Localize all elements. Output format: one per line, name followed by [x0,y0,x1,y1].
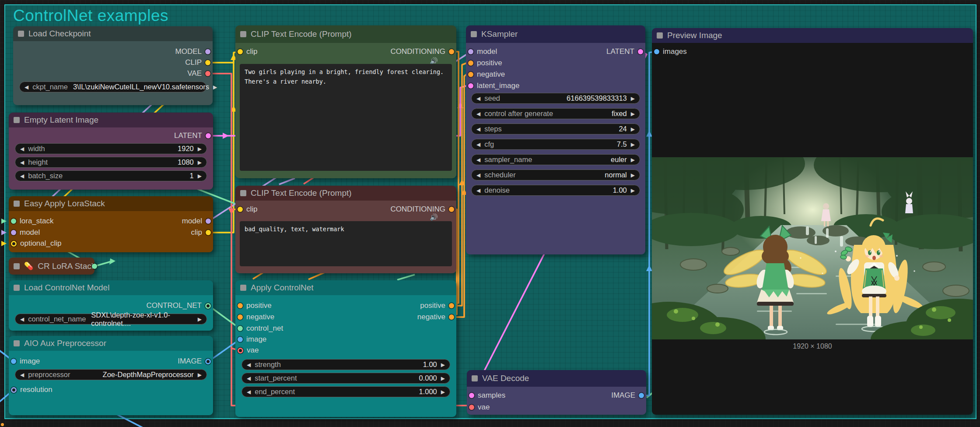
input-samples[interactable]: samples [469,391,505,400]
input-lora-stack[interactable]: lora_stack [11,216,53,226]
prompt-textarea[interactable]: bad_quality, text, watermark [240,221,452,266]
node-body: MODEL CLIP VAE ckpt_name3\IL\zukiNewCute… [13,41,213,105]
widget-width[interactable]: width1920 [15,143,207,154]
output-vae[interactable]: VAE [187,69,210,78]
input-latent-image[interactable]: latent_image [468,81,519,91]
node-aio-titlebar[interactable]: AIO Aux Preprocessor [9,336,213,351]
prompt-textarea[interactable]: Two girls playing in a bright, friendly … [240,64,452,171]
input-vae[interactable]: vae [238,346,259,355]
node-body: LATENT width1920 height1080 batch_size1 [9,127,213,190]
speaker-icon[interactable]: 🔊 [430,57,438,64]
node-empty-latent-titlebar[interactable]: Empty Latent Image [9,113,213,127]
input-image[interactable]: image [11,356,40,366]
node-load-checkpoint-titlebar[interactable]: Load Checkpoint [13,26,213,41]
output-latent[interactable]: LATENT [174,131,211,141]
input-positive[interactable]: positive [468,58,502,68]
node-load-controlnet-titlebar[interactable]: Load ControlNet Model [9,280,213,295]
widget-cfg[interactable]: cfg7.5 [471,139,640,150]
collapse-icon[interactable] [471,31,477,37]
output-lora-stack[interactable] [92,264,97,269]
widget-control-after-generate[interactable]: control after generatefixed [471,108,640,119]
widget-batch-size[interactable]: batch_size1 [15,170,207,181]
input-positive[interactable]: positive [238,301,272,311]
node-clip-positive-titlebar[interactable]: CLIP Text Encode (Prompt) [235,25,456,43]
input-clip[interactable]: clip [238,205,258,214]
widget-denoise[interactable]: denoise1.00 [471,185,640,196]
collapse-icon[interactable] [240,190,246,196]
input-model[interactable]: model [11,228,40,237]
input-negative[interactable]: negative [468,70,505,79]
node-clip-text-encode-negative[interactable]: CLIP Text Encode (Prompt) clip CONDITION… [235,186,456,273]
node-title: Load Checkpoint [28,29,91,39]
collapse-icon[interactable] [14,263,20,269]
node-title: KSampler [481,29,518,39]
speaker-icon[interactable]: 🔊 [430,214,438,220]
input-vae[interactable]: vae [469,402,490,412]
widget-ckpt-name[interactable]: ckpt_name3\IL\zukiNewCuteILL_newV10.safe… [19,81,206,92]
node-vae-decode[interactable]: VAE Decode samples vae IMAGE [467,370,646,415]
collapse-icon[interactable] [14,285,20,291]
node-clip-negative-titlebar[interactable]: CLIP Text Encode (Prompt) [235,186,456,201]
collapse-icon[interactable] [240,285,246,291]
node-clip-text-encode-positive[interactable]: CLIP Text Encode (Prompt) clip CONDITION… [235,25,456,178]
node-load-controlnet-model[interactable]: Load ControlNet Model CONTROL_NET contro… [9,280,213,331]
collapse-icon[interactable] [14,201,20,207]
input-optional-clip[interactable]: optional_clip [11,239,62,248]
node-ksampler-titlebar[interactable]: KSampler [466,25,645,43]
widget-sampler-name[interactable]: sampler_nameeuler [471,154,640,165]
widget-steps[interactable]: steps24 [471,124,640,134]
collapse-icon[interactable] [240,31,246,37]
input-images[interactable]: images [654,47,687,56]
output-clip[interactable]: clip [191,228,211,237]
widget-preprocessor[interactable]: preprocessorZoe-DepthMapPreprocessor [15,369,207,380]
collapse-icon[interactable] [18,31,24,37]
output-clip[interactable]: CLIP [185,58,210,67]
widget-height[interactable]: height1080 [15,157,207,168]
output-conditioning[interactable]: CONDITIONING [390,47,454,56]
output-model[interactable]: MODEL [175,47,210,56]
node-preview-image[interactable]: Preview Image images [652,28,973,415]
node-vae-decode-titlebar[interactable]: VAE Decode [467,370,646,387]
input-model[interactable]: model [468,47,497,56]
widget-end-percent[interactable]: end_percent1.000 [242,386,450,397]
widget-scheduler[interactable]: schedulernormal [471,169,640,180]
input-image[interactable]: image [238,335,266,344]
output-model[interactable]: model [182,216,211,226]
output-positive[interactable]: positive [420,301,454,311]
node-load-checkpoint[interactable]: Load Checkpoint MODEL CLIP VAE ckpt_name… [13,26,213,105]
node-aio-aux-preprocessor[interactable]: AIO Aux Preprocessor image IMAGE preproc… [9,336,213,415]
collapse-icon[interactable] [472,375,478,381]
output-latent[interactable]: LATENT [606,47,643,56]
node-cr-lora-stack[interactable]: 💊 CR LoRA Stack [9,258,94,275]
generated-preview-picture[interactable] [652,157,973,339]
output-conditioning[interactable]: CONDITIONING [390,205,454,214]
output-negative[interactable]: negative [417,312,454,322]
output-image[interactable]: IMAGE [178,356,211,366]
node-easy-apply-lorastack[interactable]: Easy Apply LoraStack lora_stack model op… [9,196,213,252]
widget-strength[interactable]: strength1.00 [242,359,450,370]
output-control-net[interactable]: CONTROL_NET [146,301,211,311]
input-clip[interactable]: clip [238,47,258,56]
input-negative[interactable]: negative [238,312,274,322]
collapse-icon[interactable] [14,117,20,123]
node-easy-lorastack-titlebar[interactable]: Easy Apply LoraStack [9,196,213,211]
node-apply-controlnet[interactable]: Apply ControlNet positive negative contr… [235,280,456,417]
node-apply-controlnet-titlebar[interactable]: Apply ControlNet [235,280,456,295]
widget-seed[interactable]: seed616639539833313 [471,93,640,104]
comfyui-canvas[interactable]: ControlNet examples [0,0,980,427]
node-title: CLIP Text Encode (Prompt) [251,188,352,198]
node-body: images [652,43,973,415]
widget-control-net-name[interactable]: control_net_nameSDXL\depth-zoe-xl-v1.0-c… [15,314,207,325]
collapse-icon[interactable] [14,340,20,346]
collapse-icon[interactable] [657,32,663,39]
node-title: Load ControlNet Model [24,283,109,293]
node-empty-latent-image[interactable]: Empty Latent Image LATENT width1920 heig… [9,113,213,190]
node-ksampler[interactable]: KSampler model positive negative latent_… [466,25,645,254]
node-title: VAE Decode [482,374,529,383]
input-control-net[interactable]: control_net [238,324,283,333]
widget-start-percent[interactable]: start_percent0.000 [242,373,450,384]
node-title: Apply ControlNet [251,283,314,293]
input-resolution[interactable]: resolution [11,385,52,395]
node-preview-titlebar[interactable]: Preview Image [652,28,973,43]
output-image[interactable]: IMAGE [611,391,644,400]
